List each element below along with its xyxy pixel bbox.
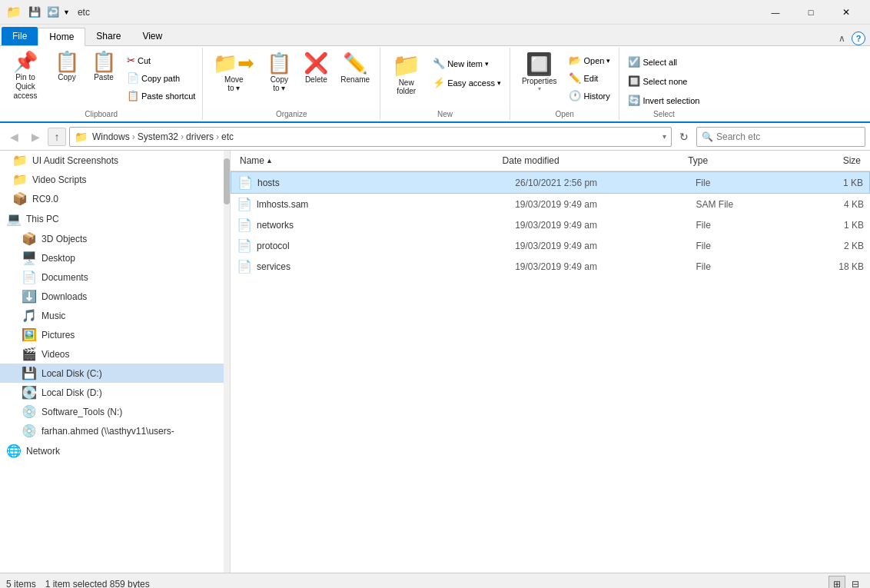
forward-button[interactable]: ▶	[26, 128, 45, 146]
file-list-header: Name ▲ Date modified Type Size	[231, 151, 870, 171]
large-icons-view-button[interactable]: ⊟	[847, 576, 864, 589]
address-bar[interactable]: 📁 Windows › System32 › drivers › etc ▾	[69, 127, 672, 147]
breadcrumb-etc[interactable]: etc	[220, 131, 235, 142]
file-size: 1 KB	[799, 220, 864, 231]
paste-button[interactable]: 📋 Paste	[86, 49, 121, 84]
col-header-date[interactable]: Date modified	[500, 152, 686, 169]
file-type: File	[696, 220, 799, 231]
file-list: Name ▲ Date modified Type Size 📄 hosts 2…	[231, 151, 870, 573]
sidebar-item-pictures[interactable]: 🖼️ Pictures	[0, 325, 230, 344]
sidebar-item-label: Software_Tools (N:)	[42, 407, 122, 417]
breadcrumb-drivers[interactable]: drivers	[184, 131, 215, 142]
col-header-name[interactable]: Name ▲	[237, 152, 500, 169]
invert-selection-button[interactable]: 🔄 Invert selection	[624, 92, 703, 108]
search-input[interactable]	[716, 131, 860, 142]
maximize-button[interactable]: □	[793, 0, 828, 25]
breadcrumb-windows[interactable]: Windows	[91, 131, 131, 142]
file-row[interactable]: 📄 protocol 19/03/2019 9:49 am File 2 KB	[231, 235, 870, 256]
new-label: New	[385, 110, 505, 118]
sidebar-item-farhan[interactable]: 💿 farhan.ahmed (\\asthyv11\users-	[0, 421, 230, 440]
collapse-ribbon-icon[interactable]: ∧	[835, 32, 848, 45]
rename-button[interactable]: ✏️ Rename	[335, 49, 375, 86]
dropdown-icon[interactable]: ▼	[63, 8, 70, 16]
up-button[interactable]: ↑	[48, 128, 66, 146]
sidebar-item-software-tools[interactable]: 💿 Software_Tools (N:)	[0, 402, 230, 421]
network-drive-icon-2: 💿	[22, 424, 37, 438]
file-icon: 📄	[237, 197, 252, 211]
sidebar-item-label: UI Audit Screenshots	[32, 155, 118, 166]
col-header-size[interactable]: Size	[794, 152, 864, 169]
easy-access-button[interactable]: ⚡ Easy access ▾	[429, 75, 505, 91]
sidebar-item-network[interactable]: 🌐 Network	[0, 440, 230, 461]
sidebar-item-documents[interactable]: 📄 Documents	[0, 267, 230, 287]
sidebar-item-this-pc[interactable]: 💻 This PC	[0, 208, 230, 229]
sidebar-item-3d-objects[interactable]: 📦 3D Objects	[0, 229, 230, 248]
file-row[interactable]: 📄 services 19/03/2019 9:49 am File 18 KB	[231, 256, 870, 277]
sidebar-item-label: Downloads	[42, 291, 87, 302]
sidebar-item-videos[interactable]: 🎬 Videos	[0, 344, 230, 364]
sidebar-item-label: Videos	[42, 349, 69, 360]
music-icon: 🎵	[22, 308, 37, 323]
sidebar-item-rc9[interactable]: 📦 RC9.0	[0, 189, 230, 208]
file-row[interactable]: 📄 lmhosts.sam 19/03/2019 9:49 am SAM Fil…	[231, 194, 870, 214]
sidebar-item-downloads[interactable]: ⬇️ Downloads	[0, 287, 230, 306]
network-icon: 🌐	[6, 443, 22, 458]
new-item-button[interactable]: 🔧 New item ▾	[429, 55, 505, 71]
file-date: 26/10/2021 2:56 pm	[515, 178, 696, 188]
sidebar-item-music[interactable]: 🎵 Music	[0, 306, 230, 325]
sidebar-item-ui-audit[interactable]: 📁 UI Audit Screenshots	[0, 151, 230, 170]
help-icon[interactable]: ?	[852, 32, 865, 45]
copy-to-button[interactable]: 📋 Copy to ▾	[261, 49, 297, 95]
select-all-button[interactable]: ☑️ Select all	[624, 54, 703, 70]
paste-shortcut-button[interactable]: 📋 Paste shortcut	[123, 88, 199, 104]
easy-access-icon: ⚡	[433, 77, 445, 88]
tab-share[interactable]: Share	[85, 27, 131, 45]
sidebar-scrollbar-thumb[interactable]	[224, 158, 230, 204]
sidebar-item-local-disk-c[interactable]: 💾 Local Disk (C:)	[0, 364, 230, 383]
delete-button[interactable]: ❌ Delete	[298, 49, 334, 86]
file-type: File	[696, 178, 799, 188]
refresh-button[interactable]: ↻	[675, 128, 693, 146]
select-label: Select	[624, 110, 703, 118]
history-button[interactable]: 🕐 History	[565, 88, 614, 104]
breadcrumb-system32[interactable]: System32	[136, 131, 180, 142]
pin-to-quick-access-button[interactable]: 📌 Pin to Quickaccess	[3, 49, 48, 103]
close-button[interactable]: ✕	[828, 0, 864, 25]
file-name: protocol	[257, 241, 515, 251]
cut-button[interactable]: ✂ Cut	[123, 52, 199, 68]
clipboard-label: Clipboard	[3, 110, 199, 118]
sidebar-item-video-scripts[interactable]: 📁 Video Scripts	[0, 170, 230, 189]
address-dropdown-icon[interactable]: ▾	[662, 132, 666, 141]
items-count: 5 items	[6, 579, 36, 589]
sidebar-item-label: Music	[42, 311, 65, 321]
move-to-button[interactable]: 📁➡ Move to ▾	[208, 49, 260, 95]
file-size: 1 KB	[799, 178, 863, 188]
pictures-icon: 🖼️	[22, 327, 37, 342]
file-row[interactable]: 📄 networks 19/03/2019 9:49 am File 1 KB	[231, 214, 870, 235]
col-header-type[interactable]: Type	[685, 152, 793, 169]
tab-view[interactable]: View	[131, 27, 173, 45]
sidebar-item-desktop[interactable]: 🖥️ Desktop	[0, 248, 230, 267]
properties-button[interactable]: 🔲 Properties ▾	[515, 49, 564, 95]
sidebar-item-label: farhan.ahmed (\\asthyv11\users-	[42, 426, 174, 437]
edit-button[interactable]: ✏️ Edit	[565, 70, 614, 86]
file-size: 2 KB	[799, 241, 864, 251]
select-none-button[interactable]: 🔲 Select none	[624, 73, 703, 89]
sidebar-scrollbar[interactable]	[224, 151, 230, 573]
copy-button[interactable]: 📋 Copy	[49, 49, 85, 84]
minimize-button[interactable]: —	[758, 0, 793, 25]
file-row[interactable]: 📄 hosts 26/10/2021 2:56 pm File 1 KB	[231, 171, 870, 194]
search-box[interactable]: 🔍	[696, 127, 865, 147]
tab-home[interactable]: Home	[38, 28, 85, 46]
new-folder-button[interactable]: 📁 New folder	[385, 49, 427, 98]
open-button[interactable]: 📂 Open ▾	[565, 52, 614, 68]
back-button[interactable]: ◀	[5, 128, 23, 146]
paste-shortcut-icon: 📋	[127, 90, 139, 101]
copy-path-button[interactable]: 📄 Copy path	[123, 70, 199, 86]
details-view-button[interactable]: ⊞	[828, 576, 845, 589]
tab-file[interactable]: File	[2, 27, 38, 45]
quick-save-icon[interactable]: 💾	[26, 5, 43, 19]
sidebar-item-local-disk-d[interactable]: 💽 Local Disk (D:)	[0, 383, 230, 402]
undo-icon[interactable]: ↩️	[45, 5, 61, 19]
disk-d-icon: 💽	[22, 385, 37, 400]
